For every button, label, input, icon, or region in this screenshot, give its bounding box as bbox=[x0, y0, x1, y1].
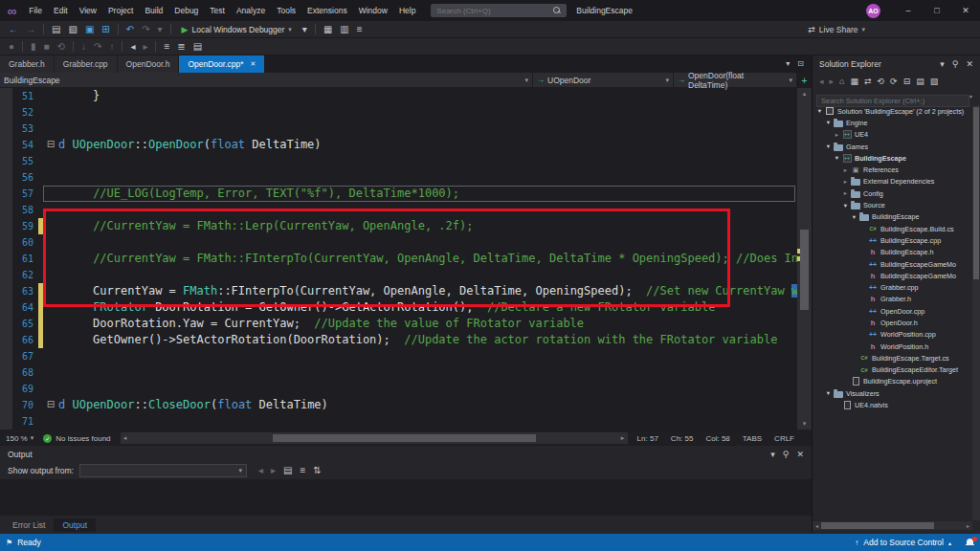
breakpoint-margin[interactable] bbox=[0, 316, 12, 332]
nav-back-icon[interactable]: ← bbox=[5, 21, 22, 38]
find-in-files-icon[interactable]: ≡ bbox=[353, 21, 367, 38]
scroll-up-icon[interactable]: ▴ bbox=[797, 88, 812, 99]
se-refresh-icon[interactable]: ⟳ bbox=[887, 73, 901, 90]
breakpoint-margin[interactable] bbox=[0, 121, 12, 137]
output-clear-all-icon[interactable]: ▤ bbox=[279, 462, 296, 479]
stop-debug-icon[interactable]: ■ bbox=[40, 38, 54, 55]
attach-process-icon[interactable]: ▦ bbox=[320, 21, 336, 38]
restart-debug-icon[interactable]: ⟲ bbox=[54, 38, 69, 55]
scrollbar-thumb[interactable] bbox=[973, 107, 979, 279]
tab-opendoor-cpp-[interactable]: OpenDoor.cpp*✕ bbox=[179, 55, 264, 73]
expander-icon[interactable]: ▾ bbox=[833, 154, 841, 162]
step-over-icon[interactable]: ↷ bbox=[90, 38, 105, 55]
expander-icon[interactable]: ▾ bbox=[815, 107, 824, 115]
tree-item-buildingescape-uproject[interactable]: BuildingEscape.uproject bbox=[813, 376, 973, 387]
breakpoint-margin[interactable] bbox=[0, 104, 12, 121]
tree-item-games[interactable]: ▾Games bbox=[813, 141, 973, 152]
expander-icon[interactable]: ▸ bbox=[841, 178, 850, 186]
scroll-left-icon[interactable]: ◂ bbox=[813, 522, 821, 529]
minimize-button[interactable]: – bbox=[894, 0, 923, 21]
code-line-51[interactable]: 51 } bbox=[0, 88, 812, 104]
maximize-button[interactable]: □ bbox=[923, 0, 951, 21]
open-file-icon[interactable]: ▧ bbox=[64, 21, 80, 38]
avatar[interactable]: AO bbox=[866, 4, 880, 18]
notifications-bell-icon[interactable] bbox=[966, 539, 974, 546]
expander-icon[interactable]: ▸ bbox=[833, 131, 841, 139]
undo-history-dropdown-icon[interactable]: ▾ bbox=[154, 21, 167, 38]
menu-tools[interactable]: Tools bbox=[271, 0, 301, 21]
tree-item-worldposition-h[interactable]: hWorldPosition.h bbox=[813, 341, 973, 352]
se-collapse-all-icon[interactable]: ⊟ bbox=[901, 73, 914, 90]
tab-grabber-cpp[interactable]: Grabber.cpp bbox=[55, 55, 117, 73]
se-pending-changes-icon[interactable]: ⇄ bbox=[861, 73, 875, 90]
tree-item-buildingescape[interactable]: ▾++BuildingEscape bbox=[813, 152, 973, 164]
breakpoint-margin[interactable] bbox=[0, 413, 12, 430]
se-show-all-files-icon[interactable]: ▤ bbox=[913, 73, 927, 90]
breakpoint-margin[interactable] bbox=[0, 169, 12, 186]
save-all-icon[interactable]: ⊞ bbox=[98, 21, 113, 38]
tree-item-buildingescapegamemo[interactable]: ++BuildingEscapeGameMo bbox=[813, 258, 973, 270]
menu-help[interactable]: Help bbox=[393, 0, 421, 21]
breakpoint-margin[interactable] bbox=[0, 153, 12, 169]
output-prev-message-icon[interactable]: ◂ bbox=[255, 462, 267, 479]
output-autoscroll-icon[interactable]: ⇅ bbox=[309, 462, 324, 479]
chevron-down-icon[interactable]: ▾ bbox=[969, 93, 972, 99]
save-icon[interactable]: ▣ bbox=[81, 21, 98, 38]
chevron-up-icon[interactable]: ▴ bbox=[948, 540, 951, 546]
pin-icon[interactable]: ⚲ bbox=[952, 55, 959, 73]
menu-file[interactable]: File bbox=[23, 0, 48, 21]
breakpoint-margin[interactable] bbox=[0, 267, 12, 283]
se-forward-icon[interactable]: ▸ bbox=[827, 73, 837, 90]
code-line-57[interactable]: 57 //UE_LOG(LogTemp, Error, TEXT("%f"), … bbox=[0, 186, 812, 202]
nav-forward-icon[interactable]: → bbox=[22, 21, 39, 38]
navigate-backward-icon[interactable]: ◂ bbox=[126, 38, 139, 55]
output-panel-header[interactable]: Output ▾⚲✕ bbox=[0, 446, 812, 462]
menu-debug[interactable]: Debug bbox=[168, 0, 204, 21]
code-line-66[interactable]: 66 GetOwner()->SetActorRotation(DoorRota… bbox=[0, 332, 812, 348]
menu-view[interactable]: View bbox=[74, 0, 102, 21]
code-line-62[interactable]: 62 bbox=[0, 267, 812, 283]
menu-project[interactable]: Project bbox=[102, 0, 139, 21]
tree-item-opendoor-cpp[interactable]: ++OpenDoor.cpp bbox=[813, 305, 973, 317]
undo-icon[interactable]: ↶ bbox=[122, 21, 138, 38]
menu-window[interactable]: Window bbox=[353, 0, 393, 21]
code-line-58[interactable]: 58 bbox=[0, 202, 812, 218]
debug-target-dropdown-icon[interactable]: ▾ bbox=[299, 21, 311, 38]
breakpoint-margin[interactable] bbox=[0, 251, 12, 267]
tab-opendoor-h[interactable]: OpenDoor.h bbox=[118, 55, 179, 73]
breakpoint-margin[interactable] bbox=[0, 218, 12, 234]
output-next-message-icon[interactable]: ▸ bbox=[267, 462, 279, 479]
breakpoint-margin[interactable] bbox=[0, 381, 12, 397]
code-line-67[interactable]: 67 bbox=[0, 348, 812, 364]
tree-item-ue4-natvis[interactable]: UE4.natvis bbox=[813, 399, 973, 410]
fold-collapse-icon[interactable]: ⊟ bbox=[43, 397, 58, 413]
code-line-54[interactable]: 54⊟d UOpenDoor::OpenDoor(float DeltaTime… bbox=[0, 137, 812, 153]
chevron-down-icon[interactable]: ▾ bbox=[288, 26, 292, 33]
code-line-56[interactable]: 56 bbox=[0, 169, 812, 186]
expander-icon[interactable]: ▾ bbox=[841, 202, 850, 209]
tree-item-ue4[interactable]: ▸++UE4 bbox=[813, 129, 973, 141]
output-word-wrap-icon[interactable]: ≡ bbox=[297, 462, 310, 479]
column-indicator[interactable]: Col: 58 bbox=[705, 434, 729, 443]
code-line-71[interactable]: 71 bbox=[0, 413, 812, 430]
code-line-65[interactable]: 65 DoorRotation.Yaw = CurrentYaw; //Upda… bbox=[0, 316, 812, 332]
code-line-70[interactable]: 70⊟d UOpenDoor::CloseDoor(float DeltaTim… bbox=[0, 397, 812, 413]
tree-item-buildingescape-cpp[interactable]: ++BuildingEscape.cpp bbox=[813, 234, 973, 246]
code-line-52[interactable]: 52 bbox=[0, 104, 812, 121]
live-share-button[interactable]: ⇄ Live Share ▾ bbox=[808, 25, 865, 34]
close-button[interactable]: ✕ bbox=[951, 0, 980, 21]
close-tab-icon[interactable]: ✕ bbox=[251, 60, 256, 68]
tree-item-external-dependencies[interactable]: ▸External Dependencies bbox=[813, 176, 973, 187]
tree-item-buildingescapeeditor-target[interactable]: C#BuildingEscapeEditor.Target bbox=[813, 364, 973, 376]
expander-icon[interactable]: ▸ bbox=[841, 189, 850, 197]
solution-explorer-header[interactable]: Solution Explorer ▾⚲✕ bbox=[813, 55, 980, 73]
navbar-member-dropdown[interactable]: → OpenDoor(float DeltaTime) ▾ bbox=[674, 73, 796, 87]
scroll-right-icon[interactable]: ▸ bbox=[964, 522, 972, 529]
fold-collapse-icon[interactable]: ⊟ bbox=[43, 137, 58, 153]
breakpoint-margin[interactable] bbox=[0, 397, 12, 413]
toggle-breakpoint-icon[interactable]: ● bbox=[5, 38, 18, 55]
tree-item-buildingescape-build-cs[interactable]: C#BuildingEscape.Build.cs bbox=[813, 223, 973, 234]
start-debugging-button[interactable]: ▶ Local Windows Debugger ▾ bbox=[175, 21, 299, 38]
tree-item-visualizers[interactable]: ▾Visualizers bbox=[813, 387, 973, 399]
scroll-right-icon[interactable]: ▸ bbox=[618, 434, 628, 442]
